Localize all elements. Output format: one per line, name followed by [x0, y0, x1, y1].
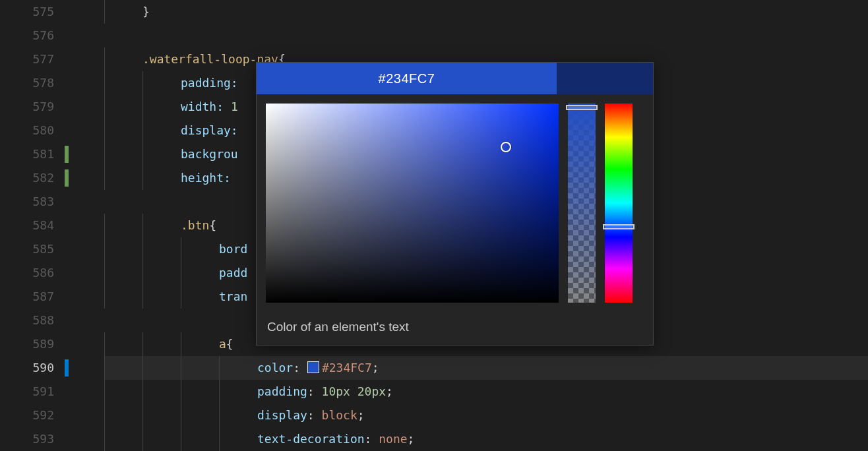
color-picker-description: Color of an element's text — [257, 312, 653, 345]
color-picker-body — [257, 94, 653, 312]
line-number: 585 — [0, 237, 66, 261]
token: padding — [257, 384, 307, 398]
token: { — [209, 218, 216, 232]
line-number-gutter: 5755765775785795805815825835845855865875… — [0, 0, 71, 451]
code-line[interactable]: color: #234FC7; — [104, 356, 868, 380]
gutter-change-marker — [65, 169, 69, 187]
gutter-change-marker — [65, 146, 69, 163]
line-number: 579 — [0, 95, 66, 119]
token: #234FC7 — [322, 361, 372, 375]
line-number: 581 — [0, 142, 66, 166]
saturation-value-panel[interactable] — [266, 104, 559, 303]
token: { — [226, 337, 233, 351]
hue-slider[interactable] — [605, 104, 633, 303]
token: text-decoration — [257, 432, 365, 446]
token: display: — [181, 123, 238, 137]
token — [350, 384, 357, 398]
token: height: — [181, 171, 231, 185]
line-number: 592 — [0, 404, 66, 427]
code-line[interactable]: padding: 10px 20px; — [104, 380, 868, 404]
line-number: 588 — [0, 309, 66, 332]
token: 20px — [357, 384, 386, 398]
token: ; — [386, 384, 393, 398]
sv-cursor[interactable] — [501, 142, 511, 152]
line-number: 576 — [0, 24, 66, 47]
line-number: 587 — [0, 285, 66, 309]
token: padd — [219, 266, 247, 280]
line-number: 582 — [0, 166, 66, 190]
line-number: 580 — [0, 119, 66, 142]
token: backgrou — [181, 147, 238, 161]
color-picker-mode-toggle[interactable] — [557, 63, 653, 94]
line-number: 583 — [0, 190, 66, 214]
line-number: 586 — [0, 261, 66, 285]
line-number: 593 — [0, 427, 66, 451]
color-picker-popup: #234FC7 Color of an element's text — [256, 62, 654, 346]
token: : — [307, 384, 322, 398]
line-number: 575 — [0, 0, 66, 24]
token: .btn — [181, 218, 209, 232]
token: : — [365, 432, 379, 446]
token: ; — [372, 361, 379, 375]
token: a — [219, 337, 226, 351]
token: : — [293, 361, 307, 375]
token — [224, 100, 231, 113]
token: 10px — [322, 384, 350, 398]
token: } — [142, 5, 150, 18]
code-line[interactable]: } — [104, 0, 868, 24]
token: ; — [357, 408, 365, 422]
color-picker-title[interactable]: #234FC7 — [257, 63, 557, 94]
code-line[interactable]: text-decoration: none; — [104, 427, 868, 451]
line-number: 590 — [0, 356, 66, 380]
line-number: 591 — [0, 380, 66, 404]
token: 1 — [231, 100, 238, 113]
token: ; — [408, 432, 415, 446]
code-line[interactable] — [104, 24, 868, 47]
token: : — [307, 408, 322, 422]
code-line[interactable]: display: block; — [104, 404, 868, 427]
token: display — [257, 408, 307, 422]
hue-thumb[interactable] — [603, 224, 635, 229]
token: none — [379, 432, 407, 446]
alpha-thumb[interactable] — [566, 105, 598, 110]
color-swatch-icon[interactable] — [307, 361, 319, 373]
token: tran — [219, 289, 247, 303]
line-number: 589 — [0, 332, 66, 356]
line-number: 577 — [0, 47, 66, 71]
token: block — [322, 408, 357, 422]
alpha-slider[interactable] — [568, 104, 596, 303]
line-number: 578 — [0, 71, 66, 95]
gutter-change-marker — [65, 359, 69, 376]
token: width: — [181, 100, 224, 113]
token: bord — [219, 242, 247, 256]
line-number: 584 — [0, 214, 66, 237]
token: color — [257, 361, 293, 375]
token: padding: — [181, 76, 238, 90]
color-picker-header: #234FC7 — [257, 63, 653, 94]
